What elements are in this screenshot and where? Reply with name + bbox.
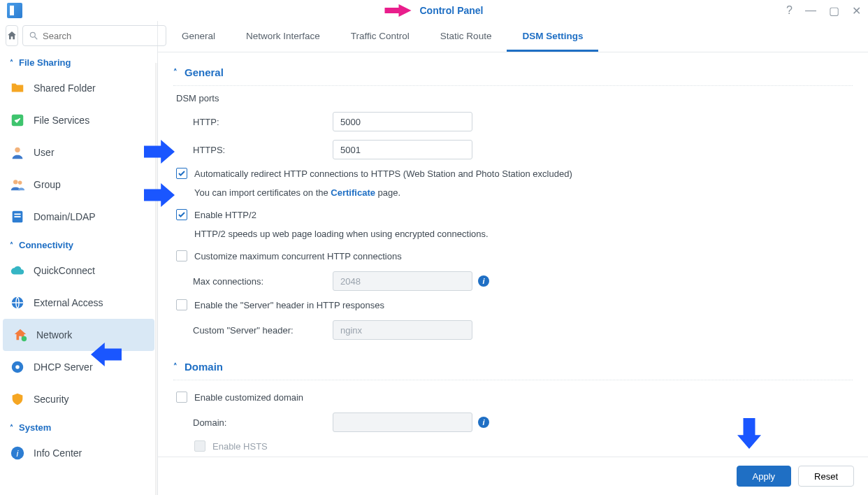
home-icon: [6, 30, 17, 41]
svg-point-12: [15, 365, 20, 369]
search-field[interactable]: [22, 25, 166, 46]
maxconn-chk-label: Customize maximum concurrent HTTP connec…: [194, 250, 402, 263]
domain-label: Domain:: [193, 417, 333, 428]
tab-dsm-settings[interactable]: DSM Settings: [507, 21, 598, 52]
http2-label: Enable HTTP/2: [194, 209, 256, 222]
sidebar-item-label: External Access: [34, 297, 103, 308]
tab-network-interface[interactable]: Network Interface: [231, 21, 335, 52]
enable-domain-checkbox[interactable]: [176, 392, 187, 403]
main-panel: General Network Interface Traffic Contro…: [158, 21, 868, 495]
http-port-input[interactable]: [333, 112, 472, 131]
svg-rect-7: [14, 213, 20, 215]
certificate-note: You can import certificates on the Certi…: [173, 185, 853, 205]
folder-icon: [10, 80, 25, 96]
https-port-row: HTTPS:: [173, 136, 853, 164]
chevron-up-icon: ˄: [10, 241, 13, 249]
apply-button[interactable]: Apply: [737, 466, 792, 487]
sidebar-item-label: File Services: [34, 115, 89, 126]
sidebar-item-network[interactable]: Network: [3, 319, 154, 351]
close-icon[interactable]: ✕: [852, 4, 861, 17]
https-port-input[interactable]: [333, 140, 472, 159]
sidebar-item-domain-ldap[interactable]: Domain/LDAP: [0, 201, 157, 233]
sidebar-item-label: Security: [34, 394, 69, 405]
server-header-field-row: Custom "Server" header:: [173, 316, 853, 344]
window-controls: ? — ▢ ✕: [786, 4, 861, 17]
domain-ldap-icon: [10, 209, 25, 224]
maxconn-checkbox[interactable]: [176, 250, 187, 261]
maxconn-input: [333, 271, 472, 291]
svg-line-1: [35, 37, 38, 40]
https-label: HTTPS:: [193, 145, 333, 155]
search-input[interactable]: [43, 31, 160, 41]
sidebar-section-file-sharing[interactable]: ˄ File Sharing: [0, 50, 157, 72]
shield-icon: [10, 392, 25, 407]
redirect-https-row: Automatically redirect HTTP connections …: [173, 164, 853, 185]
sidebar-item-file-services[interactable]: File Services: [0, 104, 157, 136]
maxconn-label: Max connections:: [193, 276, 333, 287]
tab-general[interactable]: General: [166, 21, 231, 52]
sidebar-item-user[interactable]: User: [0, 136, 157, 168]
section-toggle-general[interactable]: ˄ General: [173, 62, 853, 86]
section-toggle-domain[interactable]: ˄ Domain: [173, 357, 853, 380]
section-label: File Sharing: [19, 57, 71, 68]
http-port-row: HTTP:: [173, 108, 853, 136]
sidebar-item-quickconnect[interactable]: QuickConnect: [0, 254, 157, 287]
svg-point-10: [22, 336, 27, 341]
sidebar: ˄ File Sharing Shared Folder File Servic…: [0, 21, 158, 495]
chevron-up-icon: ˄: [10, 424, 13, 431]
sidebar-item-info-center[interactable]: i Info Center: [0, 437, 157, 469]
check-icon: [178, 210, 186, 219]
search-icon: [29, 31, 38, 41]
sidebar-section-connectivity[interactable]: ˄ Connectivity: [0, 233, 157, 254]
window-title: Control Panel: [419, 5, 483, 16]
sidebar-item-group[interactable]: Group: [0, 168, 157, 201]
sidebar-item-dhcp-server[interactable]: DHCP Server: [0, 351, 157, 383]
maxconn-field-row: Max connections: i: [173, 267, 853, 295]
sidebar-item-label: Info Center: [34, 447, 82, 459]
sidebar-item-external-access[interactable]: External Access: [0, 287, 157, 319]
maxconn-row: Customize maximum concurrent HTTP connec…: [173, 246, 853, 267]
info-icon[interactable]: i: [478, 275, 489, 287]
help-icon[interactable]: ?: [786, 4, 793, 17]
reset-button[interactable]: Reset: [798, 466, 854, 487]
svg-point-5: [18, 181, 22, 185]
sidebar-item-label: Domain/LDAP: [34, 211, 96, 222]
section-title-label: Domain: [185, 361, 223, 373]
http2-checkbox[interactable]: [176, 209, 187, 220]
section-label: System: [19, 422, 51, 433]
section-title-label: General: [185, 66, 224, 78]
sidebar-item-label: User: [34, 147, 55, 158]
dsm-ports-label: DSM ports: [173, 93, 853, 103]
server-header-label: Custom "Server" header:: [193, 325, 333, 336]
content-area: ˄ General DSM ports HTTP: HTTPS: Automat…: [158, 52, 868, 457]
sidebar-item-label: Network: [36, 329, 72, 340]
enable-domain-label: Enable customized domain: [194, 392, 303, 404]
chevron-up-icon: ˄: [173, 68, 178, 77]
http-label: HTTP:: [193, 117, 333, 127]
server-header-checkbox[interactable]: [176, 299, 187, 310]
home-button[interactable]: [6, 25, 18, 46]
tab-traffic-control[interactable]: Traffic Control: [335, 21, 425, 52]
footer: Apply Reset: [158, 457, 868, 495]
file-services-icon: [10, 113, 25, 128]
cloud-icon: [10, 263, 25, 278]
info-icon[interactable]: i: [478, 417, 489, 428]
certificate-link[interactable]: Certificate: [331, 187, 375, 198]
annotation-arrow-pink: [398, 4, 411, 17]
app-icon: [7, 3, 22, 18]
redirect-https-checkbox[interactable]: [176, 168, 187, 179]
section-label: Connectivity: [19, 240, 73, 250]
sidebar-item-shared-folder[interactable]: Shared Folder: [0, 72, 157, 104]
sidebar-section-system[interactable]: ˄ System: [0, 415, 157, 437]
server-header-input: [333, 320, 472, 340]
hsts-label: Enable HSTS: [212, 440, 268, 453]
sidebar-item-security[interactable]: Security: [0, 383, 157, 415]
minimize-icon[interactable]: —: [805, 4, 816, 17]
chevron-up-icon: ˄: [10, 59, 13, 66]
tab-bar: General Network Interface Traffic Contro…: [158, 21, 868, 52]
redirect-https-label: Automatically redirect HTTP connections …: [194, 168, 572, 180]
sidebar-item-label: Shared Folder: [34, 82, 96, 94]
maximize-icon[interactable]: ▢: [829, 4, 839, 17]
check-icon: [178, 169, 186, 178]
tab-static-route[interactable]: Static Route: [425, 21, 507, 52]
